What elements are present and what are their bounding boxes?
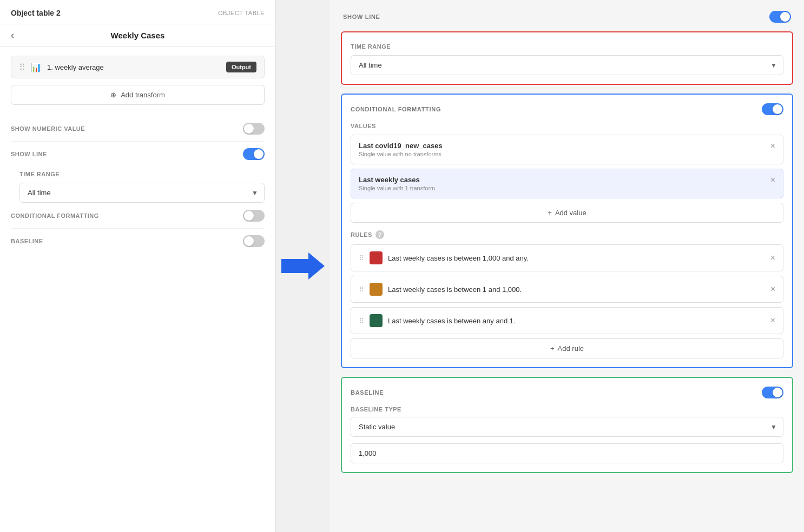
right-show-line-toggle[interactable] <box>769 11 791 23</box>
baseline-toggle[interactable] <box>243 235 265 247</box>
close-value-2-button[interactable]: × <box>770 176 775 184</box>
rule-drag-2[interactable]: ⠿ <box>359 285 364 294</box>
conditional-formatting-section: CONDITIONAL FORMATTING VALUES Last covid… <box>341 94 793 368</box>
show-line-label: SHOW LINE <box>11 151 47 157</box>
show-numeric-toggle[interactable] <box>243 123 265 135</box>
baseline-section-header: BASELINE <box>351 387 783 398</box>
value-card-content-2: Last weekly cases Single value with 1 tr… <box>359 176 435 191</box>
baseline-section-toggle[interactable] <box>762 387 783 398</box>
time-range-wrapper: All time Last 7 days Last 30 days ▼ <box>19 183 265 203</box>
show-line-toggle[interactable] <box>243 148 265 160</box>
help-icon: ? <box>375 230 384 239</box>
value-name-2: Last weekly cases <box>359 176 435 184</box>
panel-body: ⠿ 📊 1. weekly average Output ⊕ Add trans… <box>0 47 275 532</box>
rule-text-2: Last weekly cases is between 1 and 1,000… <box>388 285 761 294</box>
rule-color-3 <box>370 314 383 327</box>
value-desc-2: Single value with 1 transform <box>359 185 435 191</box>
panel-section-title: Weekly Cases <box>111 31 165 40</box>
close-rule-3-button[interactable]: × <box>770 316 775 325</box>
transform-row: ⠿ 📊 1. weekly average Output <box>11 56 265 78</box>
rule-text-3: Last weekly cases is between any and 1. <box>388 317 761 325</box>
conditional-formatting-row: CONDITIONAL FORMATTING <box>11 203 265 228</box>
baseline-section-label: BASELINE <box>351 389 384 396</box>
time-range-section: TIME RANGE All time Last 7 days Last 30 … <box>11 171 265 203</box>
baseline-label: BASELINE <box>11 238 43 244</box>
add-value-label: Add value <box>555 209 586 217</box>
back-arrow-icon[interactable]: ‹ <box>11 30 14 41</box>
rule-drag-1[interactable]: ⠿ <box>359 254 364 262</box>
value-card-2: Last weekly cases Single value with 1 tr… <box>351 169 783 198</box>
chart-icon: 📊 <box>31 62 42 72</box>
time-range-select[interactable]: All time Last 7 days Last 30 days <box>19 183 265 203</box>
add-rule-button[interactable]: + Add rule <box>351 338 783 358</box>
time-range-right-select[interactable]: All time Last 7 days Last 30 days <box>351 55 783 75</box>
right-show-line-label: SHOW LINE <box>343 14 380 20</box>
baseline-value-input[interactable] <box>351 443 783 463</box>
svg-marker-0 <box>281 252 325 280</box>
conditional-formatting-toggle[interactable] <box>243 210 265 222</box>
values-label: VALUES <box>351 123 783 129</box>
time-range-section-label: TIME RANGE <box>351 43 783 50</box>
cf-section-label: CONDITIONAL FORMATTING <box>351 106 441 112</box>
time-range-right-wrapper: All time Last 7 days Last 30 days ▼ <box>351 55 783 75</box>
baseline-section: BASELINE BASELINE TYPE Static value Aver… <box>341 377 793 473</box>
rule-color-1 <box>370 251 383 264</box>
baseline-type-select[interactable]: Static value Average Median <box>351 417 783 437</box>
plus-icon-value: + <box>548 209 552 217</box>
rule-row-3: ⠿ Last weekly cases is between any and 1… <box>351 307 783 334</box>
cf-section-header: CONDITIONAL FORMATTING <box>351 103 783 115</box>
rules-label: RULES <box>351 231 372 238</box>
right-show-line-row: SHOW LINE <box>341 11 793 23</box>
panel-subtitle: OBJECT TABLE <box>218 10 265 16</box>
show-numeric-row: SHOW NUMERIC VALUE <box>11 116 265 141</box>
output-badge: Output <box>226 62 256 72</box>
cf-toggle[interactable] <box>762 103 783 115</box>
value-desc-1: Single value with no transforms <box>359 151 443 157</box>
rules-label-row: RULES ? <box>351 230 783 239</box>
conditional-formatting-label: CONDITIONAL FORMATTING <box>11 212 99 219</box>
baseline-type-label: BASELINE TYPE <box>351 406 783 413</box>
close-rule-2-button[interactable]: × <box>770 285 775 294</box>
panel-title: Object table 2 <box>11 9 61 17</box>
value-name-1: Last covid19_new_cases <box>359 142 443 150</box>
time-range-section-right: TIME RANGE All time Last 7 days Last 30 … <box>341 31 793 85</box>
transform-label: 1. weekly average <box>47 63 221 71</box>
time-range-label: TIME RANGE <box>19 171 265 177</box>
panel-back-row: ‹ Weekly Cases <box>0 24 275 47</box>
right-arrow-icon <box>281 252 325 280</box>
plus-icon: ⊕ <box>110 91 116 99</box>
show-line-row: SHOW LINE <box>11 141 265 167</box>
add-value-button[interactable]: + Add value <box>351 203 783 223</box>
right-panel: SHOW LINE TIME RANGE All time Last 7 day… <box>330 0 804 532</box>
arrow-container <box>276 0 330 532</box>
rule-row-2: ⠿ Last weekly cases is between 1 and 1,0… <box>351 276 783 303</box>
close-value-1-button[interactable]: × <box>770 142 775 150</box>
panel-header: Object table 2 OBJECT TABLE <box>0 0 275 24</box>
value-card-1: Last covid19_new_cases Single value with… <box>351 135 783 164</box>
add-transform-label: Add transform <box>121 91 165 99</box>
left-panel: Object table 2 OBJECT TABLE ‹ Weekly Cas… <box>0 0 276 532</box>
plus-icon-rule: + <box>550 344 555 353</box>
rule-text-1: Last weekly cases is between 1,000 and a… <box>388 254 761 262</box>
close-rule-1-button[interactable]: × <box>770 254 775 262</box>
baseline-row: BASELINE <box>11 228 265 254</box>
rule-drag-3[interactable]: ⠿ <box>359 317 364 325</box>
value-card-content-1: Last covid19_new_cases Single value with… <box>359 142 443 157</box>
add-transform-button[interactable]: ⊕ Add transform <box>11 85 265 105</box>
drag-handle-icon[interactable]: ⠿ <box>19 62 25 72</box>
rule-color-2 <box>370 283 383 296</box>
add-rule-label: Add rule <box>558 344 584 353</box>
baseline-type-wrapper: Static value Average Median ▼ <box>351 417 783 437</box>
show-numeric-label: SHOW NUMERIC VALUE <box>11 125 85 132</box>
rule-row-1: ⠿ Last weekly cases is between 1,000 and… <box>351 244 783 271</box>
